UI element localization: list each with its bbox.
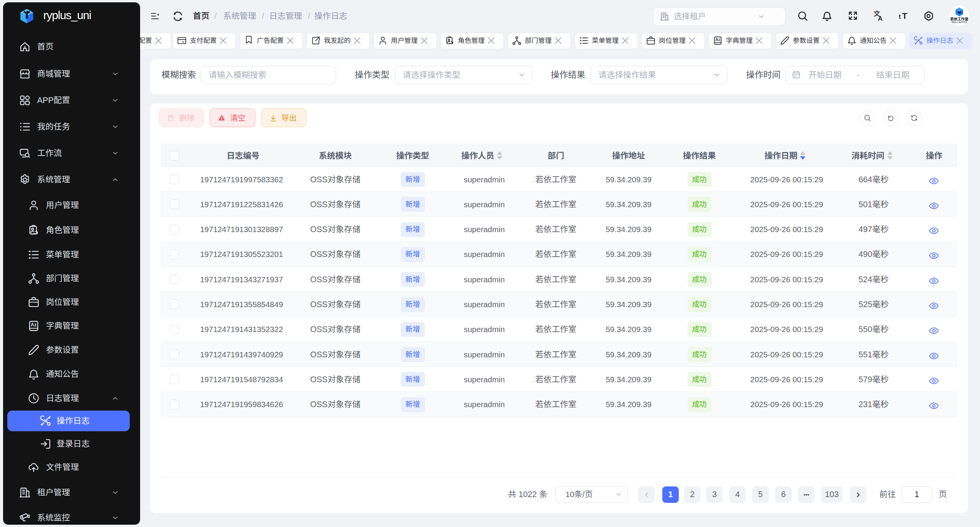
svg-text:Az: Az <box>31 322 36 327</box>
svg-text:Az: Az <box>715 38 720 42</box>
svg-text:A: A <box>878 15 882 21</box>
svg-text:t: t <box>899 13 901 20</box>
svg-text:T: T <box>902 11 907 21</box>
